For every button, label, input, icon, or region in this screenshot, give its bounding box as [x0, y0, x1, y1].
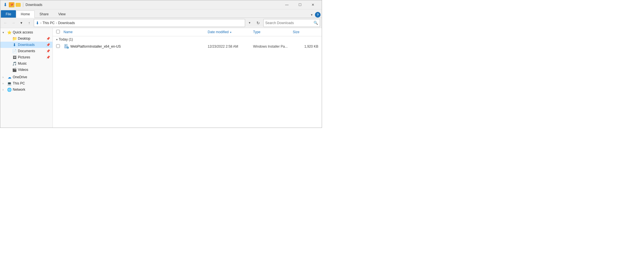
desktop-pin-icon: 📌 [46, 37, 50, 41]
path-downloads[interactable]: Downloads [58, 21, 75, 25]
minimize-button[interactable]: — [280, 0, 293, 9]
ribbon-help-button[interactable]: ? [315, 12, 321, 18]
back-button[interactable]: ← [2, 20, 9, 26]
quick-access-expand-icon: ▾ [3, 31, 6, 34]
this-pc-icon: 💻 [7, 81, 12, 86]
group-expand-icon: ▾ [56, 38, 58, 41]
address-bar: ← → ▾ ↑ ⬇ › This PC › Downloads ▾ ↻ 🔍 [0, 18, 322, 28]
sidebar-pictures-label: Pictures [18, 55, 30, 59]
pictures-folder-icon: 🖼 [12, 55, 17, 60]
sidebar-item-videos[interactable]: 🎬 Videos [0, 67, 52, 73]
close-button[interactable]: ✕ [306, 0, 319, 9]
onedrive-expand-icon: › [3, 76, 6, 79]
content-pane: Name Date modified ▾ Type Size ▾ Today (… [53, 28, 322, 128]
title-bar-controls: — ☐ ✕ [280, 0, 319, 9]
col-header-size[interactable]: Size [293, 30, 318, 34]
address-path[interactable]: ⬇ › This PC › Downloads [34, 19, 245, 27]
pictures-pin-icon: 📌 [46, 56, 50, 59]
row-checkbox-wrapper [56, 44, 64, 49]
column-headers: Name Date modified ▾ Type Size [53, 28, 322, 36]
title-bar-left: ⬇ 📌 Downloads [3, 2, 280, 7]
path-separator-2: › [56, 21, 57, 25]
sidebar-music-label: Music [18, 62, 27, 65]
checkbox-header [56, 30, 64, 34]
file-date-cell: 12/23/2022 2:58 AM [208, 45, 253, 48]
tab-file[interactable]: File [1, 10, 16, 18]
sidebar-desktop-label: Desktop [18, 37, 30, 41]
quick-access-icon: 📌 [9, 2, 14, 7]
sort-indicator-icon: ▾ [230, 31, 231, 34]
downloads-pin-icon: 📌 [46, 43, 50, 47]
sidebar-item-desktop[interactable]: 📁 Desktop 📌 [0, 35, 52, 42]
thispc-expand-icon: › [3, 82, 6, 85]
sidebar: ▾ ⭐ Quick access 📁 Desktop 📌 ⬇ Downloads… [0, 28, 53, 128]
ribbon-tabs: File Home Share View ▾ ? [0, 9, 322, 18]
sidebar-thispc-label: This PC [13, 81, 25, 85]
sidebar-downloads-label: Downloads [18, 43, 35, 47]
sidebar-item-documents[interactable]: 📄 Documents 📌 [0, 48, 52, 54]
folder-icon [16, 3, 21, 7]
videos-folder-icon: 🎬 [12, 67, 17, 72]
col-header-name[interactable]: Name [64, 30, 208, 34]
music-folder-icon: 🎵 [12, 61, 17, 66]
file-size-cell: 1,920 KB [293, 45, 318, 48]
svg-rect-2 [65, 45, 67, 45]
table-row[interactable]: W WebPlatformInstaller_x64_en-US 12/23/2… [53, 43, 322, 50]
sidebar-item-network[interactable]: › 🌐 Network [0, 86, 52, 93]
file-name: WebPlatformInstaller_x64_en-US [70, 45, 121, 48]
tab-share[interactable]: Share [35, 10, 53, 18]
search-input[interactable] [265, 21, 312, 25]
sidebar-videos-label: Videos [18, 68, 28, 72]
file-icon: W [64, 44, 69, 49]
documents-folder-icon: 📄 [12, 49, 17, 53]
col-header-date[interactable]: Date modified ▾ [208, 30, 253, 34]
group-label-today: Today (1) [59, 37, 73, 41]
downloads-folder-icon: ⬇ [12, 43, 17, 47]
sidebar-item-pictures[interactable]: 🖼 Pictures 📌 [0, 54, 52, 60]
sidebar-item-this-pc[interactable]: › 💻 This PC [0, 80, 52, 86]
row-checkbox[interactable] [56, 44, 60, 48]
col-header-type[interactable]: Type [253, 30, 293, 34]
file-name-cell: W WebPlatformInstaller_x64_en-US [64, 44, 208, 49]
tab-home[interactable]: Home [16, 10, 35, 18]
sidebar-onedrive-label: OneDrive [13, 75, 27, 79]
network-icon: 🌐 [7, 87, 12, 92]
path-download-icon: ⬇ [36, 21, 39, 25]
ribbon-dropdown-button[interactable]: ▾ [310, 12, 314, 17]
quick-access-icon: ⭐ [7, 30, 12, 35]
sidebar-item-music[interactable]: 🎵 Music [0, 60, 52, 67]
forward-button[interactable]: → [10, 20, 17, 26]
up-button[interactable]: ↑ [26, 20, 33, 26]
sidebar-documents-label: Documents [18, 49, 35, 53]
dropdown-history-button[interactable]: ▾ [18, 20, 25, 26]
desktop-folder-icon: 📁 [12, 36, 17, 41]
network-expand-icon: › [3, 88, 6, 91]
download-title-icon: ⬇ [3, 2, 8, 7]
sidebar-item-downloads[interactable]: ⬇ Downloads 📌 [0, 42, 52, 48]
path-dropdown-button[interactable]: ▾ [246, 19, 253, 27]
search-box: 🔍 [263, 19, 320, 27]
svg-text:W: W [67, 47, 68, 48]
title-separator [23, 3, 23, 7]
maximize-button[interactable]: ☐ [293, 0, 306, 9]
svg-rect-3 [65, 45, 66, 46]
group-header-today[interactable]: ▾ Today (1) [53, 36, 322, 43]
path-separator-1: › [40, 21, 41, 25]
window-title: Downloads [26, 3, 42, 7]
file-type-cell: Windows Installer Pa... [253, 45, 293, 48]
quick-access-label: Quick access [13, 30, 33, 34]
sidebar-item-quick-access[interactable]: ▾ ⭐ Quick access [0, 29, 52, 35]
tab-view[interactable]: View [53, 10, 70, 18]
file-icon-svg: W [64, 44, 69, 49]
search-icon[interactable]: 🔍 [313, 21, 318, 25]
title-bar: ⬇ 📌 Downloads — ☐ ✕ [0, 0, 322, 9]
ribbon-right: ▾ ? [310, 12, 322, 18]
path-this-pc[interactable]: This PC [43, 21, 55, 25]
sidebar-item-onedrive[interactable]: › ☁ OneDrive [0, 74, 52, 80]
refresh-button[interactable]: ↻ [254, 19, 262, 27]
select-all-checkbox[interactable] [56, 30, 60, 33]
main-area: ▾ ⭐ Quick access 📁 Desktop 📌 ⬇ Downloads… [0, 28, 322, 128]
onedrive-icon: ☁ [7, 75, 12, 79]
documents-pin-icon: 📌 [46, 49, 50, 53]
sidebar-network-label: Network [13, 88, 25, 92]
